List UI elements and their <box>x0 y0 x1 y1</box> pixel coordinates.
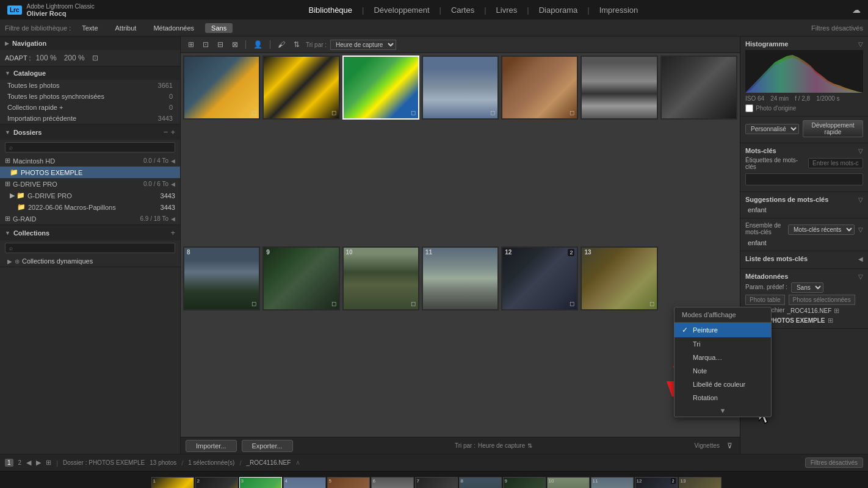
catalogue-quick-collection[interactable]: Collection rapide + 0 <box>0 102 180 113</box>
photo-cell-13[interactable]: 13 ◻ <box>580 246 657 310</box>
page-num-1[interactable]: 1 <box>5 459 13 467</box>
nav-cartes[interactable]: Cartes <box>451 5 474 15</box>
keyword-list-arrow[interactable]: ◀ <box>858 256 863 262</box>
import-button[interactable]: Importer... <box>186 440 237 452</box>
dropdown-tri-item[interactable]: Tri <box>675 337 771 351</box>
photo-cell-2[interactable]: ◻ <box>262 56 339 120</box>
folder-gdrive-pro-1[interactable]: ⊞ G-DRIVE PRO 0.0 / 6 To ◀ <box>0 178 180 190</box>
nav-impression[interactable]: Impression <box>599 5 638 15</box>
folders-search-input[interactable] <box>5 142 175 152</box>
grid-view-button[interactable]: ⊞ <box>186 39 197 50</box>
sort-button[interactable]: ⇅ <box>291 39 302 50</box>
metadata-folder-icon[interactable]: ⊞ <box>828 317 833 325</box>
metadata-filename-icon[interactable]: ⊞ <box>834 307 839 315</box>
keywords-tag-area[interactable] <box>745 173 863 185</box>
filmstrip-thumb-12[interactable]: 12 2 <box>635 477 678 489</box>
filter-texte-button[interactable]: Texte <box>76 23 104 33</box>
sort-select[interactable]: Heure de capture <box>330 40 396 50</box>
filmstrip-thumb-10[interactable]: 10 <box>547 477 590 489</box>
filmstrip-thumb-8[interactable]: 8 <box>459 477 502 489</box>
photos-selected-button[interactable]: Photos sélectionnées <box>789 295 855 305</box>
sort-value[interactable]: Heure de capture <box>478 442 525 449</box>
metadata-preset-select[interactable]: Sans <box>791 282 823 293</box>
collections-header[interactable]: ▼ Collections + <box>0 225 180 240</box>
filmstrip-thumb-2[interactable]: 2 <box>195 477 238 489</box>
photo-cell-7[interactable] <box>660 56 737 120</box>
filmstrip-thumb-3[interactable]: 3 <box>239 477 282 489</box>
filmstrip-thumb-6[interactable]: 6 <box>371 477 414 489</box>
collections-search-input[interactable] <box>5 243 175 253</box>
keyword-set-arrow[interactable]: ▽ <box>858 226 863 233</box>
photo-cell-8[interactable]: 8 ◻ <box>183 246 260 310</box>
photo-cell-6[interactable] <box>580 56 657 120</box>
keyword-suggestion-enfant[interactable]: enfant <box>745 206 863 214</box>
filmstrip-thumb-4[interactable]: 4 <box>283 477 326 489</box>
filmstrip-thumb-13[interactable]: 13 <box>679 477 722 489</box>
catalogue-synced-photos[interactable]: Toutes les photos synchronisées 0 <box>0 91 180 102</box>
keyword-recent-enfant[interactable]: enfant <box>745 239 863 247</box>
navigation-header[interactable]: ▶ Navigation <box>0 37 180 50</box>
photo-cell-11[interactable]: 11 <box>422 246 499 310</box>
survey-view-button[interactable]: ⊠ <box>230 39 241 50</box>
folder-gdrive-pro-sub[interactable]: ▶ 📁 G-DRIVE PRO 3443 <box>0 190 180 201</box>
next-page-icon[interactable]: ▶ <box>36 459 41 467</box>
keywords-enter-input[interactable] <box>808 158 863 168</box>
filmstrip-thumb-9[interactable]: 9 <box>503 477 546 489</box>
zoom-fit-button[interactable]: ⊡ <box>90 52 101 63</box>
catalogue-previous-import[interactable]: Importation précédente 3443 <box>0 113 180 124</box>
folders-header[interactable]: ▼ Dossiers − + <box>0 124 180 140</box>
sort-direction-icon[interactable]: ⇅ <box>527 442 532 449</box>
dropdown-marquage-item[interactable]: Marqua… <box>675 351 771 364</box>
photo-cell-4[interactable]: ◻ <box>422 56 499 120</box>
collections-plus-icon[interactable]: + <box>170 228 175 237</box>
grid-layout-icon[interactable]: ⊞ <box>46 459 51 467</box>
collection-dynamic[interactable]: ▶ ⊛ Collections dynamiques <box>0 256 180 267</box>
filter-attribut-button[interactable]: Attribut <box>109 23 143 33</box>
histogram-arrow-icon[interactable]: ▽ <box>858 41 863 48</box>
folders-minus-icon[interactable]: − <box>164 127 168 137</box>
loupe-view-button[interactable]: ⊡ <box>200 39 211 50</box>
folders-plus-icon[interactable]: + <box>170 127 175 137</box>
filmstrip-thumb-5[interactable]: 5 <box>327 477 370 489</box>
dropdown-note-item[interactable]: Note <box>675 364 771 378</box>
catalogue-all-photos[interactable]: Toutes les photos 3661 <box>0 80 180 91</box>
filter-sans-button[interactable]: Sans <box>205 23 233 33</box>
dropdown-more-arrow[interactable]: ▼ <box>675 404 771 417</box>
zoom-200-button[interactable]: 200 % <box>62 52 87 63</box>
photo-cell-5[interactable]: ◻ <box>501 56 578 120</box>
dropdown-libelle-item[interactable]: Libellé de couleur <box>675 378 771 391</box>
filmstrip-filters-off-button[interactable]: Filtres désactivés <box>805 458 863 468</box>
nav-livres[interactable]: Livres <box>496 5 518 15</box>
photo-table-button[interactable]: Photo table <box>745 295 785 305</box>
photo-cell-9[interactable]: 9 ◻ <box>262 246 339 310</box>
folder-macros-papillons[interactable]: 📁 2022-06-06 Macros-Papillons 3443 <box>0 201 180 213</box>
spray-can-button[interactable]: 🖌 <box>275 39 288 50</box>
keyword-suggestions-arrow[interactable]: ▽ <box>858 196 863 203</box>
dropdown-peinture-item[interactable]: ✓ Peinture <box>675 323 771 337</box>
folder-photos-exemple[interactable]: 📁 PHOTOS EXEMPLE <box>0 167 180 178</box>
cloud-sync-icon[interactable]: ☁ <box>852 5 861 15</box>
develop-rapide-button[interactable]: Développement rapide <box>803 120 863 137</box>
catalogue-header[interactable]: ▼ Catalogue <box>0 66 180 80</box>
photo-cell-12[interactable]: 12 2 ◻ <box>501 246 578 310</box>
origin-photo-checkbox[interactable] <box>745 104 753 112</box>
page-num-2[interactable]: 2 <box>18 459 22 466</box>
nav-diaporama[interactable]: Diaporama <box>539 5 578 15</box>
photo-cell-10[interactable]: 10 ◻ <box>342 246 419 310</box>
filmstrip-thumb-1[interactable]: 1 <box>151 477 194 489</box>
folder-macintosh-hd[interactable]: ⊞ Macintosh HD 0.0 / 4 To ◀ <box>0 155 180 167</box>
keyword-set-select[interactable]: Mots-clés récents <box>788 224 855 235</box>
folder-grand-raid[interactable]: ⊞ G-RAID 6.9 / 18 To ◀ <box>0 213 180 224</box>
photo-cell-3[interactable]: ◻ <box>342 56 419 120</box>
compare-view-button[interactable]: ⊟ <box>215 39 226 50</box>
nav-bibliotheque[interactable]: Bibliothèque <box>309 5 353 15</box>
prev-page-icon[interactable]: ◀ <box>26 459 31 467</box>
dropdown-rotation-item[interactable]: Rotation <box>675 391 771 404</box>
zoom-100-button[interactable]: 100 % <box>34 52 59 63</box>
nav-developpement[interactable]: Développement <box>374 5 429 15</box>
filmstrip-thumb-11[interactable]: 11 <box>591 477 634 489</box>
vignette-toggle-button[interactable]: ⊽ <box>725 440 735 451</box>
filter-metadonnees-button[interactable]: Métadonnées <box>147 23 200 33</box>
photo-cell-1[interactable]: ◻ <box>183 56 260 120</box>
keywords-arrow-icon[interactable]: ▽ <box>858 148 863 154</box>
